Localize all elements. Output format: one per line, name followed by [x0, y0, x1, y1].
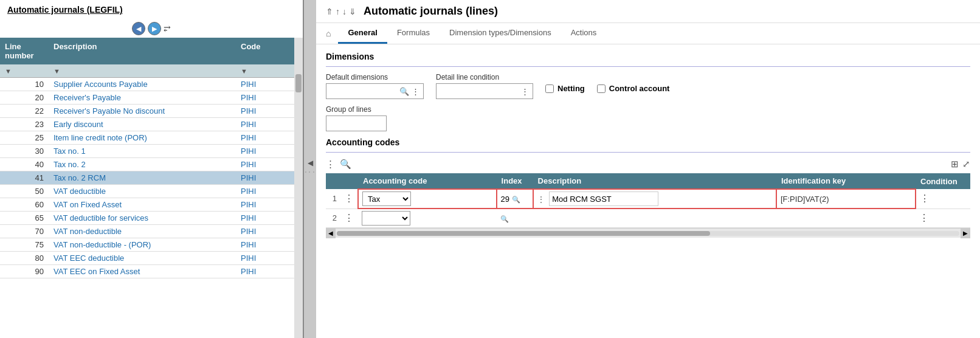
row-extra	[285, 198, 294, 211]
detail-line-condition-input[interactable]	[440, 87, 519, 96]
detail-line-condition-input-container: ⋮	[436, 83, 533, 99]
row1-description-cell: ⋮	[533, 189, 776, 209]
row-num: 65	[0, 212, 49, 224]
group-of-lines-input[interactable]	[330, 119, 382, 128]
netting-group: Netting	[545, 84, 585, 93]
row-code: PIHI	[236, 131, 285, 144]
row-extra	[285, 118, 294, 131]
nav-next-button[interactable]: ▶	[148, 22, 161, 35]
scroll-right-button[interactable]: ▶	[961, 229, 970, 238]
expand-left-button[interactable]: ⥂	[164, 24, 171, 33]
dimensions-form-row: Default dimensions 🔍 ⋮ Detail line condi…	[326, 73, 970, 99]
table-row[interactable]: 60 VAT on Fixed Asset PIHI	[0, 198, 294, 212]
scroll-track[interactable]	[337, 231, 959, 236]
row-num: 50	[0, 185, 49, 198]
row-desc: Early discount	[49, 118, 236, 131]
row-num: 20	[0, 91, 49, 104]
tab-dimensions[interactable]: Dimension types/Dimensions	[440, 23, 561, 44]
row-desc: Tax no. 2 RCM	[49, 171, 236, 184]
row-num: 23	[0, 118, 49, 131]
table-row[interactable]: 41 Tax no. 2 RCM PIHI	[0, 171, 294, 185]
table-row[interactable]: 65 VAT deductible for services PIHI	[0, 212, 294, 225]
row-extra	[285, 252, 294, 264]
right-panel: ⇑ ↑ ↓ ⇓ Automatic journals (lines) ⌂ Gen…	[316, 0, 980, 338]
tab-general[interactable]: General	[338, 23, 387, 44]
filter-desc-icon: ▼	[53, 67, 60, 75]
row-extra	[285, 131, 294, 144]
netting-label: Netting	[557, 84, 585, 93]
row-extra	[285, 171, 294, 184]
table-row[interactable]: 70 VAT non-deductible PIHI	[0, 225, 294, 238]
ac-toolbar: ⋮ 🔍 ⊞ ⤢	[326, 159, 970, 170]
control-account-checkbox[interactable]	[597, 84, 606, 93]
left-panel-title: Automatic journals (LEGFIL)	[0, 0, 303, 19]
accounting-codes-title: Accounting codes	[326, 137, 970, 147]
default-dimensions-input[interactable]	[330, 87, 397, 96]
tab-actions[interactable]: Actions	[561, 23, 607, 44]
table-row[interactable]: 50 VAT deductible PIHI	[0, 185, 294, 198]
bottom-scrollbar[interactable]: ◀ ▶	[326, 228, 970, 238]
detail-line-condition-more-btn[interactable]: ⋮	[521, 87, 529, 96]
home-icon[interactable]: ⌂	[326, 29, 331, 38]
scroll-left-button[interactable]: ◀	[326, 229, 336, 238]
row-extra	[285, 91, 294, 104]
row-code: PIHI	[236, 105, 285, 117]
table-row[interactable]: 30 Tax no. 1 PIHI	[0, 145, 294, 158]
ac-dots-btn[interactable]: ⋮	[326, 159, 335, 170]
tab-formulas[interactable]: Formulas	[387, 23, 440, 44]
row-num: 41	[0, 171, 49, 184]
arrow-top-button[interactable]: ⇑	[326, 7, 333, 16]
row2-condition-dots-btn[interactable]: ⋮	[919, 212, 929, 224]
accounting-codes-section: Accounting codes ⋮ 🔍 ⊞ ⤢ Accounting	[326, 137, 970, 238]
row-num: 90	[0, 265, 49, 278]
row-extra	[285, 78, 294, 91]
table-row[interactable]: 75 VAT non-deductible - (POR) PIHI	[0, 238, 294, 252]
arrow-up-button[interactable]: ↑	[336, 7, 340, 16]
default-dimensions-more-btn[interactable]: ⋮	[412, 87, 419, 96]
arrow-bottom-button[interactable]: ⇓	[349, 7, 356, 16]
row1-accounting-code-select[interactable]: Tax	[362, 191, 411, 206]
row-extra	[285, 265, 294, 278]
table-row[interactable]: 23 Early discount PIHI	[0, 118, 294, 131]
left-table-header: Line number Description Code	[0, 38, 294, 64]
filter-row: ▼ ▼ ▼	[0, 64, 294, 78]
right-panel-title: Automatic journals (lines)	[364, 5, 498, 18]
row1-num: 1	[326, 189, 340, 209]
row2-condition-cell: ⋮	[916, 209, 970, 228]
table-row[interactable]: 10 Supplier Accounts Payable PIHI	[0, 78, 294, 91]
detail-line-condition-label: Detail line condition	[436, 73, 533, 81]
ac-expand-btn[interactable]: ⤢	[962, 159, 970, 170]
row1-index-search-btn[interactable]: 🔍	[512, 196, 520, 204]
row1-identification-key: [F:PID]VAT(2)	[781, 195, 829, 204]
table-row[interactable]: 40 Tax no. 2 PIHI	[0, 158, 294, 171]
row-desc: Tax no. 1	[49, 145, 236, 157]
row1-dots-btn[interactable]: ⋮	[344, 193, 354, 204]
nav-prev-button[interactable]: ◀	[132, 22, 145, 35]
row-extra	[285, 145, 294, 157]
netting-checkbox[interactable]	[545, 84, 554, 93]
default-dimensions-search-btn[interactable]: 🔍	[399, 87, 409, 96]
dimensions-section-title: Dimensions	[326, 52, 970, 61]
row1-desc-dots-btn[interactable]: ⋮	[537, 195, 545, 204]
default-dimensions-input-container: 🔍 ⋮	[326, 83, 424, 99]
ac-table-row-1: 1 ⋮ Tax 29 🔍 ⋮	[326, 189, 970, 209]
arrow-down-button[interactable]: ↓	[342, 7, 347, 16]
row2-index-search-btn[interactable]: 🔍	[500, 215, 509, 223]
ac-search-btn[interactable]: 🔍	[340, 159, 351, 170]
ac-layers-btn[interactable]: ⊞	[951, 159, 959, 170]
left-scrollbar[interactable]	[294, 38, 303, 338]
scroll-thumb	[337, 231, 710, 236]
table-row[interactable]: 25 Item line credit note (POR) PIHI	[0, 131, 294, 145]
table-row[interactable]: 20 Receiver's Payable PIHI	[0, 91, 294, 105]
control-account-group: Control account	[597, 84, 670, 93]
table-row[interactable]: 80 VAT EEC deductible PIHI	[0, 252, 294, 265]
row1-condition-dots-btn[interactable]: ⋮	[920, 193, 930, 204]
collapse-left-button[interactable]: ◀	[308, 159, 313, 167]
row2-accounting-code-select[interactable]	[362, 211, 410, 226]
content-area: Dimensions Default dimensions 🔍 ⋮ Detail…	[316, 44, 980, 338]
row1-description-input[interactable]	[549, 191, 658, 206]
table-row[interactable]: 22 Receiver's Payable No discount PIHI	[0, 105, 294, 118]
row2-dots-btn[interactable]: ⋮	[344, 212, 354, 224]
table-row[interactable]: 90 VAT EEC on Fixed Asset PIHI	[0, 265, 294, 278]
row-desc: VAT EEC on Fixed Asset	[49, 265, 236, 278]
